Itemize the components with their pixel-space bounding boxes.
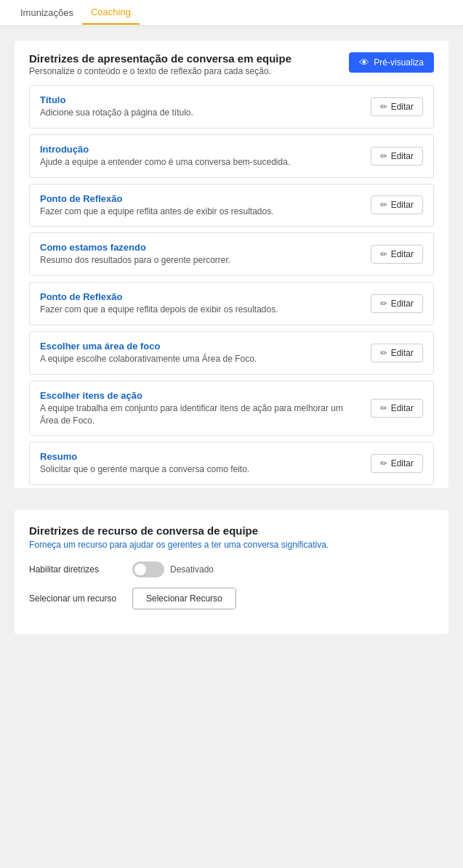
item-ponto-reflexao-1: Ponto de Reflexão Fazer com que a equipe… (29, 184, 434, 227)
presentation-subtitle: Personalize o conteúdo e o texto de refl… (29, 66, 291, 76)
item-resumo-text: Resumo Solicitar que o gerente marque a … (40, 451, 362, 476)
item-ponto-reflexao-2-text: Ponto de Reflexão Fazer com que a equipe… (40, 291, 362, 316)
presentation-section-card: Diretrizes de apresentação de conversa e… (15, 41, 448, 488)
page-content: Diretrizes de apresentação de conversa e… (0, 41, 463, 656)
edit-pencil-icon-3: ✏ (380, 249, 387, 259)
toggle-wrapper: Desativado (132, 561, 214, 577)
item-resumo: Resumo Solicitar que o gerente marque a … (29, 442, 434, 485)
item-resumo-edit-button[interactable]: ✏ Editar (371, 454, 423, 473)
presentation-items-list: Título Adicione sua rotação à página de … (29, 85, 434, 485)
item-escolher-area-desc: A equipe escolhe colaborativamente uma Á… (40, 353, 362, 365)
item-escolher-itens-desc: A equipe trabalha em conjunto para ident… (40, 402, 362, 427)
toggle-state-label: Desativado (170, 564, 214, 575)
eye-icon: 👁 (359, 57, 369, 68)
item-escolher-area: Escolher uma área de foco A equipe escol… (29, 331, 434, 375)
item-ponto-reflexao-2-title: Ponto de Reflexão (40, 291, 362, 302)
item-como-estamos-title: Como estamos fazendo (40, 242, 362, 253)
item-ponto-reflexao-2: Ponto de Reflexão Fazer com que a equipe… (29, 282, 434, 325)
item-escolher-itens-text: Escolher itens de ação A equipe trabalha… (40, 390, 362, 427)
edit-pencil-icon-5: ✏ (380, 348, 387, 358)
guidelines-toggle[interactable] (132, 561, 164, 577)
select-resource-button[interactable]: Selecionar Recurso (132, 588, 236, 609)
item-ponto-reflexao-1-desc: Fazer com que a equipe reflita antes de … (40, 206, 362, 218)
select-resource-row: Selecionar um recurso Selecionar Recurso (29, 588, 434, 609)
item-ponto-reflexao-1-edit-button[interactable]: ✏ Editar (371, 195, 423, 214)
presentation-title: Diretrizes de apresentação de conversa e… (29, 52, 291, 65)
resource-section-subtitle: Forneça um recurso para ajudar os gerent… (29, 540, 434, 550)
toggle-slider (132, 561, 164, 577)
nav-item-imunizacoes[interactable]: Imunizações (12, 1, 82, 24)
item-titulo-text: Título Adicione sua rotação à página de … (40, 94, 362, 119)
item-introducao-edit-button[interactable]: ✏ Editar (371, 147, 423, 166)
item-titulo-edit-button[interactable]: ✏ Editar (371, 97, 423, 116)
preview-button[interactable]: 👁 Pré-visualiza (349, 52, 434, 73)
mid-spacer (0, 500, 463, 510)
item-ponto-reflexao-1-title: Ponto de Reflexão (40, 193, 362, 204)
resource-section-title: Diretrizes de recurso de conversa de equ… (29, 524, 434, 537)
edit-pencil-icon-4: ✏ (380, 299, 387, 309)
item-como-estamos: Como estamos fazendo Resumo dos resultad… (29, 232, 434, 276)
item-escolher-area-edit-button[interactable]: ✏ Editar (371, 344, 423, 362)
presentation-header: Diretrizes de apresentação de conversa e… (29, 52, 434, 76)
item-como-estamos-edit-button[interactable]: ✏ Editar (371, 245, 423, 264)
edit-pencil-icon-1: ✏ (380, 151, 387, 161)
resource-section-card: Diretrizes de recurso de conversa de equ… (15, 510, 448, 634)
item-como-estamos-desc: Resumo dos resultados para o gerente per… (40, 254, 362, 267)
edit-pencil-icon: ✏ (380, 102, 387, 112)
item-titulo: Título Adicione sua rotação à página de … (29, 85, 434, 129)
item-como-estamos-text: Como estamos fazendo Resumo dos resultad… (40, 242, 362, 267)
item-introducao-text: Introdução Ajude a equipe a entender com… (40, 144, 362, 169)
item-escolher-itens-title: Escolher itens de ação (40, 390, 362, 401)
item-escolher-itens: Escolher itens de ação A equipe trabalha… (29, 381, 434, 437)
item-introducao: Introdução Ajude a equipe a entender com… (29, 134, 434, 178)
top-spacer (0, 26, 463, 41)
item-titulo-title: Título (40, 94, 362, 105)
enable-guidelines-label: Habilitar diretrizes (29, 564, 124, 575)
edit-pencil-icon-2: ✏ (380, 200, 387, 210)
edit-pencil-icon-6: ✏ (380, 403, 387, 413)
select-resource-label: Selecionar um recurso (29, 593, 124, 604)
item-escolher-itens-edit-button[interactable]: ✏ Editar (371, 399, 423, 418)
item-ponto-reflexao-2-desc: Fazer com que a equipe reflita depois de… (40, 304, 362, 316)
item-ponto-reflexao-2-edit-button[interactable]: ✏ Editar (371, 294, 423, 313)
enable-guidelines-row: Habilitar diretrizes Desativado (29, 561, 434, 577)
edit-pencil-icon-7: ✏ (380, 458, 387, 469)
nav-item-coaching[interactable]: Coaching (82, 1, 140, 25)
item-ponto-reflexao-1-text: Ponto de Reflexão Fazer com que a equipe… (40, 193, 362, 218)
top-navigation: Imunizações Coaching (0, 0, 463, 26)
item-escolher-area-title: Escolher uma área de foco (40, 341, 362, 352)
item-resumo-desc: Solicitar que o gerente marque a convers… (40, 463, 362, 476)
item-titulo-desc: Adicione sua rotação à página de título. (40, 107, 362, 119)
item-resumo-title: Resumo (40, 451, 362, 462)
item-escolher-area-text: Escolher uma área de foco A equipe escol… (40, 341, 362, 365)
presentation-title-block: Diretrizes de apresentação de conversa e… (29, 52, 291, 76)
item-introducao-desc: Ajude a equipe a entender como é uma con… (40, 156, 362, 169)
item-introducao-title: Introdução (40, 144, 362, 155)
